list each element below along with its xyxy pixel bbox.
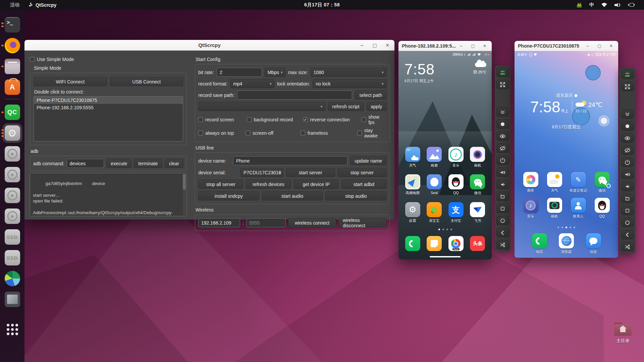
stop-server-button[interactable]: stop server	[338, 168, 387, 177]
scrollbar[interactable]	[183, 174, 186, 215]
record-save-path-input[interactable]	[237, 90, 352, 100]
start-audio-button[interactable]: start audio	[262, 191, 323, 200]
menu-button[interactable]	[496, 204, 509, 213]
dock-item-terminal[interactable]: >_	[0, 14, 24, 35]
use-simple-mode-checkbox[interactable]: Use Simple Mode	[30, 57, 187, 62]
record-screen-checkbox[interactable]: record screen	[198, 117, 247, 122]
start-server-button[interactable]: start server	[286, 168, 335, 177]
app-gallery[interactable]: 图库	[521, 172, 540, 193]
qtscrcpy-titlebar[interactable]: QtScrcpy – ▢ ✕	[24, 40, 394, 51]
bit-rate-unit-dropdown[interactable]: Mbps	[265, 68, 285, 77]
home-button[interactable]	[621, 218, 634, 227]
volume-up-button[interactable]	[621, 170, 634, 179]
stop-all-server-button[interactable]: stop all server	[198, 180, 243, 189]
app-gallery[interactable]: 相册	[425, 147, 444, 168]
screenshot-button[interactable]	[496, 240, 509, 249]
group-control-button[interactable]	[496, 68, 509, 77]
dock-app-chrome[interactable]: Beta	[446, 236, 465, 251]
menu-button[interactable]	[621, 206, 634, 215]
power-button[interactable]	[496, 156, 509, 165]
expand-notification-button[interactable]	[496, 107, 509, 117]
app-wechat[interactable]: 微信	[468, 174, 487, 195]
home-folder-shortcut[interactable]: 主目录	[611, 322, 635, 344]
dock-item-ssd-2[interactable]: SSD	[0, 247, 24, 268]
install-sndcpy-button[interactable]: install sndcpy	[198, 191, 259, 200]
expand-notification-button[interactable]	[621, 109, 634, 119]
phone2-screen[interactable]: 未插卡 ◉ ▯ 90 早上7:58 浦东新区 7:58早上 24℃ 31 / 2…	[515, 51, 618, 258]
screen-on-button[interactable]	[621, 133, 634, 143]
battery-icon[interactable]	[628, 3, 635, 7]
power-button[interactable]	[621, 158, 634, 167]
dock-item-drive-2[interactable]	[0, 164, 24, 185]
dock-app-phone[interactable]	[403, 236, 422, 251]
app-qq[interactable]: QQ	[446, 174, 465, 195]
device-list-item[interactable]: Phone-P7CDU17C23010875	[34, 97, 183, 104]
refresh-script-button[interactable]: refresh script	[328, 102, 364, 111]
wireless-connect-button[interactable]: wireless connect	[288, 218, 336, 227]
update-name-button[interactable]: update name	[350, 156, 386, 165]
volume-icon[interactable]	[614, 3, 621, 7]
wireless-disconnect-button[interactable]: wireless disconnect	[338, 218, 386, 227]
dock-item-drive-1[interactable]	[0, 143, 24, 164]
app-youdao-note[interactable]: ✎有道云笔记	[569, 172, 588, 193]
frameless-checkbox[interactable]: frameless	[301, 130, 358, 136]
screenshot-button[interactable]	[621, 242, 634, 251]
app-switch-button[interactable]	[496, 192, 509, 201]
dock-item-qtscrcpy[interactable]: QC	[0, 102, 24, 123]
dock-item-settings[interactable]: ⚙	[0, 123, 24, 143]
refresh-devices-button[interactable]: refresh devices	[246, 180, 291, 189]
app-qq[interactable]: QQ	[593, 198, 611, 219]
app-weather[interactable]: 天气	[545, 172, 564, 193]
volume-down-button[interactable]	[621, 182, 634, 191]
app-switch-button[interactable]	[621, 194, 634, 203]
screen-off-button[interactable]	[496, 143, 509, 153]
dock-item-drive-4[interactable]	[0, 206, 24, 227]
wireless-port-input[interactable]	[246, 218, 286, 227]
device-serial-dropdown[interactable]: P7CDU17C23010	[240, 168, 283, 177]
close-icon[interactable]: ✕	[384, 42, 391, 49]
max-size-dropdown[interactable]: 1080	[311, 68, 386, 77]
get-device-ip-button[interactable]: get device IP	[294, 180, 339, 189]
app-contacts[interactable]: 联系人	[569, 198, 588, 219]
close-icon[interactable]: ✕	[607, 42, 615, 50]
always-on-top-checkbox[interactable]: always on top	[198, 130, 246, 136]
background-record-checkbox[interactable]: background record	[247, 117, 303, 122]
script-dropdown[interactable]	[198, 102, 325, 111]
screen-on-button[interactable]	[496, 131, 509, 141]
back-button[interactable]	[496, 228, 509, 237]
phone1-titlebar[interactable]: Phone-192.168.2.109:5... – ▢ ✕	[398, 41, 492, 51]
bit-rate-input[interactable]	[217, 68, 262, 77]
reverse-connection-checkbox[interactable]: ✓reverse connection	[303, 117, 362, 122]
app-music[interactable]: ♪音乐	[446, 147, 465, 168]
app-weather[interactable]: 25°天气	[403, 147, 422, 168]
terminate-button[interactable]: terminate	[134, 159, 162, 168]
app-settings[interactable]: ⚙设置	[403, 202, 422, 223]
clock-menu[interactable]: 6月17日 07：58	[0, 2, 644, 8]
device-list[interactable]: Phone-P7CDU17C23010875 Phone-192.168.2.1…	[34, 96, 183, 141]
home-indicator[interactable]	[430, 256, 461, 257]
execute-button[interactable]: execute	[106, 159, 131, 168]
select-path-button[interactable]: select path	[355, 90, 386, 100]
dock-item-firefox[interactable]	[0, 35, 24, 56]
minimize-icon[interactable]: –	[358, 42, 366, 49]
app-feishu[interactable]: 飞书	[468, 202, 487, 223]
app-amap[interactable]: 高德地图	[403, 174, 422, 195]
android-tray-icon[interactable]	[577, 3, 582, 7]
dock-item-drive-3[interactable]	[0, 185, 24, 206]
dock-app-messages[interactable]: 信息	[584, 233, 603, 254]
app-camera[interactable]: 相机	[545, 198, 564, 219]
wifi-connect-button[interactable]: WIFI Connect	[34, 77, 107, 86]
phone2-titlebar[interactable]: Phone-P7CDU17C23010875 – ▢ ✕	[515, 41, 618, 51]
wifi-icon[interactable]	[601, 3, 607, 7]
start-adbd-button[interactable]: start adbd	[341, 180, 386, 189]
touch-button[interactable]	[621, 121, 634, 131]
app-alipay[interactable]: 支支付宝	[446, 202, 465, 223]
minimize-icon[interactable]: –	[584, 42, 591, 50]
record-format-dropdown[interactable]: mp4	[230, 79, 274, 88]
clear-button[interactable]: clear	[165, 159, 183, 168]
touch-button[interactable]	[496, 119, 509, 129]
app-wechat[interactable]: 微信	[593, 172, 611, 193]
lock-orientation-dropdown[interactable]: no lock	[313, 79, 386, 88]
input-method-indicator[interactable]: 中	[589, 2, 594, 8]
dock-app-toutiao[interactable]: 头条	[468, 236, 487, 251]
